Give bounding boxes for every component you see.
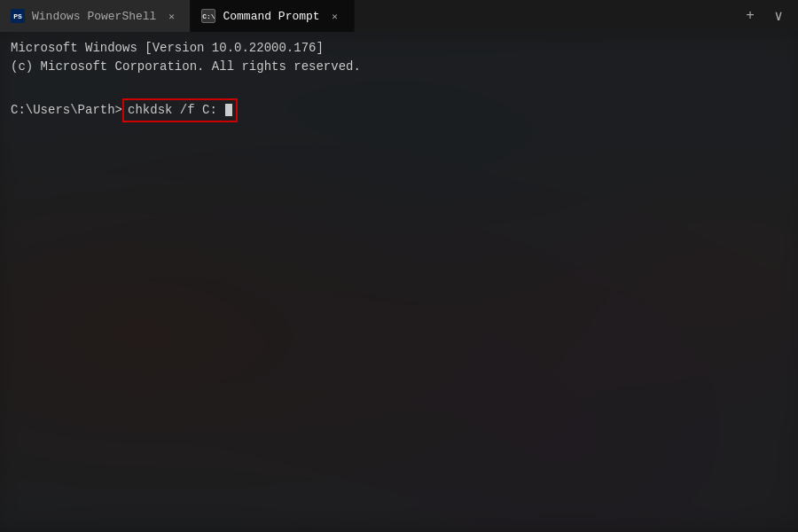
terminal-prompt-line: C:\Users\Parth> chkdsk /f C: xyxy=(11,98,787,122)
tab-powershell[interactable]: PS Windows PowerShell ✕ xyxy=(0,0,191,32)
cursor xyxy=(225,104,232,116)
terminal-line-1: Microsoft Windows [Version 10.0.22000.17… xyxy=(11,39,787,58)
tab-dropdown-button[interactable]: ∨ xyxy=(766,4,791,28)
prompt-prefix: C:\Users\Parth> xyxy=(11,101,122,120)
terminal-line-2: (c) Microsoft Corporation. All rights re… xyxy=(11,58,787,76)
tab-cmd-label: Command Prompt xyxy=(223,10,319,23)
cmd-icon: C:\ xyxy=(201,9,215,23)
new-tab-button[interactable]: + xyxy=(738,4,763,28)
powershell-icon: PS xyxy=(11,9,25,23)
terminal-command: chkdsk /f C: xyxy=(122,98,238,122)
tab-cmd-close[interactable]: ✕ xyxy=(327,8,343,24)
tab-powershell-close[interactable]: ✕ xyxy=(163,8,179,24)
tab-powershell-label: Windows PowerShell xyxy=(32,10,156,23)
terminal-line-3 xyxy=(11,76,787,95)
tab-cmd[interactable]: C:\ Command Prompt ✕ xyxy=(191,0,354,32)
terminal-content[interactable]: Microsoft Windows [Version 10.0.22000.17… xyxy=(0,32,798,532)
tab-actions: + ∨ xyxy=(731,4,798,28)
tab-bar: PS Windows PowerShell ✕ C:\ Command Prom… xyxy=(0,0,798,32)
